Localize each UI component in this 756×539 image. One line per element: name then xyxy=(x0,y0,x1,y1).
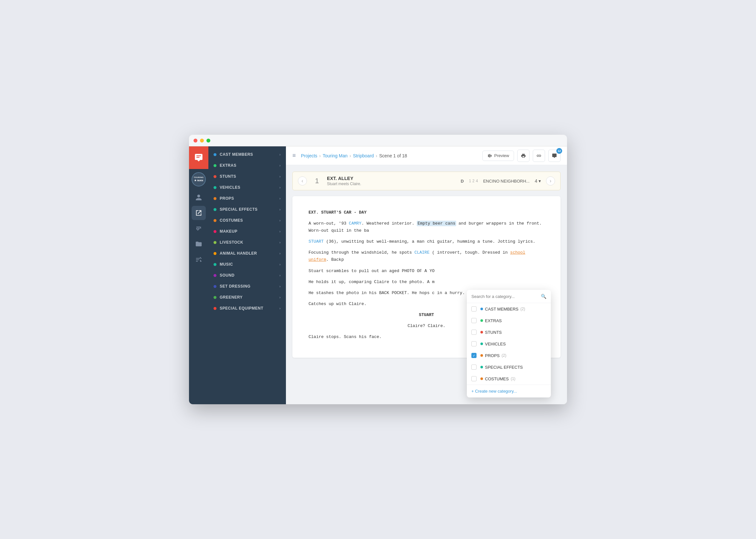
nav-people-icon[interactable] xyxy=(191,190,206,204)
category-item-vehicles[interactable]: VEHICLES › xyxy=(208,182,286,193)
extras-checkbox[interactable] xyxy=(471,318,477,323)
category-item-costumes[interactable]: COSTUMES › xyxy=(208,215,286,226)
print-icon xyxy=(521,153,526,158)
category-item-livestock[interactable]: LIVESTOCK › xyxy=(208,237,286,248)
main-layout: TOURING ★ MAN xyxy=(189,146,567,404)
script-para-4: Stuart scrambles to pull out an aged PHO… xyxy=(309,268,544,275)
print-button[interactable] xyxy=(517,150,530,162)
scene-prev-button[interactable]: ‹ xyxy=(298,177,307,186)
claire-link[interactable]: CLAIRE xyxy=(415,250,430,255)
stuart-link[interactable]: STUART xyxy=(309,239,324,244)
category-item-set-dressing[interactable]: SET DRESSING › xyxy=(208,281,286,292)
maximize-button[interactable] xyxy=(206,139,210,142)
breadcrumb-project[interactable]: Touring Man xyxy=(323,153,347,158)
special-effects-label: SPECIAL EFFECTS xyxy=(481,365,523,370)
category-item-greenery[interactable]: GREENERY › xyxy=(208,292,286,303)
breadcrumb-section[interactable]: Stripboard xyxy=(353,153,374,158)
chevron-right-icon: › xyxy=(279,186,281,190)
vehicles-checkbox[interactable] xyxy=(471,341,477,346)
breadcrumb: Projects › Touring Man › Stripboard › Sc… xyxy=(301,153,408,158)
scene-number: 1 xyxy=(312,177,322,185)
category-item-extras[interactable]: EXTRAS › xyxy=(208,160,286,171)
breadcrumb-sep3: › xyxy=(376,153,377,158)
stunts-checkbox[interactable] xyxy=(471,330,477,335)
costumes-color-dot xyxy=(481,377,483,380)
comments-button[interactable]: 12 xyxy=(548,150,561,162)
props-dot xyxy=(213,197,216,200)
category-item-sound[interactable]: SOUND › xyxy=(208,270,286,281)
scene-duration[interactable]: 4 ▾ xyxy=(535,178,541,184)
vehicles-dot xyxy=(213,186,216,189)
cast-members-dot xyxy=(213,153,216,156)
dropdown-item-props[interactable]: PROPS (2) xyxy=(467,349,551,361)
script-para-2: STUART (36), unwitting but well-meaning,… xyxy=(309,238,544,245)
chevron-right-icon: › xyxy=(279,207,281,211)
category-item-special-equipment[interactable]: SPECIAL EQUIPMENT › xyxy=(208,303,286,314)
nav-folder-icon[interactable] xyxy=(191,237,206,251)
breadcrumb-sep2: › xyxy=(349,153,351,158)
category-item-animal-handler[interactable]: ANIMAL HANDLER › xyxy=(208,248,286,259)
nav-tasks-icon[interactable] xyxy=(191,221,206,236)
category-item-special-effects[interactable]: SPECIAL EFFECTS › xyxy=(208,204,286,215)
category-item-stunts[interactable]: STUNTS › xyxy=(208,171,286,182)
category-item-props[interactable]: PROPS › xyxy=(208,193,286,204)
scene-strip: ‹ 1 EXT. ALLEY Stuart meets Claire. D 1 … xyxy=(292,172,561,190)
chevron-right-icon: › xyxy=(279,284,281,288)
app-window: TOURING ★ MAN xyxy=(189,135,567,404)
costumes-dot xyxy=(213,219,216,222)
vehicles-color-dot xyxy=(481,343,483,345)
dropdown-item-stunts[interactable]: STUNTS xyxy=(467,326,551,338)
chevron-right-icon: › xyxy=(279,240,281,244)
chevron-right-icon: › xyxy=(279,218,281,222)
chevron-right-icon: › xyxy=(279,251,281,255)
extras-label: EXTRAS xyxy=(481,318,502,323)
script-para-5: He holds it up, comparing Claire to the … xyxy=(309,278,544,286)
comment-icon xyxy=(552,153,557,158)
beer-cans-highlight: Empty beer cans xyxy=(417,221,456,226)
dropdown-list: CAST MEMBERS (2) EXTRAS xyxy=(467,303,551,385)
cast-members-label: CAST MEMBERS (2) xyxy=(481,307,525,312)
breadcrumb-current: Scene 1 of 18 xyxy=(379,153,407,158)
category-search-input[interactable] xyxy=(471,294,538,299)
scene-next-button[interactable]: › xyxy=(546,177,555,186)
costumes-label: COSTUMES (1) xyxy=(481,376,515,381)
sound-dot xyxy=(213,274,216,277)
close-button[interactable] xyxy=(193,139,197,142)
preview-button[interactable]: Preview xyxy=(482,151,514,161)
cast-members-color-dot xyxy=(481,308,483,310)
scene-title: EXT. ALLEY xyxy=(327,176,456,181)
main-content: ≡ Projects › Touring Man › Stripboard › … xyxy=(286,146,567,404)
nav-grid-icon[interactable] xyxy=(191,206,206,220)
camry-link[interactable]: CAMRY xyxy=(349,221,361,226)
hamburger-button[interactable]: ≡ xyxy=(292,152,296,159)
header-left: ≡ Projects › Touring Man › Stripboard › … xyxy=(292,152,407,159)
scene-info: EXT. ALLEY Stuart meets Claire. xyxy=(327,176,456,186)
breadcrumb-projects[interactable]: Projects xyxy=(301,153,318,158)
scene-location: ENCINO NEIGHBORH... xyxy=(483,179,530,184)
nav-settings-icon[interactable] xyxy=(191,252,206,267)
chevron-right-icon: › xyxy=(279,273,281,277)
dropdown-item-costumes[interactable]: COSTUMES (1) xyxy=(467,373,551,385)
dropdown-item-vehicles[interactable]: VEHICLES xyxy=(467,338,551,349)
category-item-cast-members[interactable]: CAST MEMBERS › xyxy=(208,149,286,160)
props-checkbox[interactable] xyxy=(471,353,477,358)
category-item-music[interactable]: MUSIC › xyxy=(208,259,286,270)
costumes-checkbox[interactable] xyxy=(471,376,477,381)
minimize-button[interactable] xyxy=(200,139,204,142)
dropdown-item-extras[interactable]: EXTRAS xyxy=(467,315,551,326)
title-bar xyxy=(189,135,567,146)
dropdown-item-special-effects[interactable]: SPECIAL EFFECTS xyxy=(467,361,551,373)
chevron-right-icon: › xyxy=(279,175,281,178)
chevron-right-icon: › xyxy=(279,229,281,233)
category-item-makeup[interactable]: MAKEUP › xyxy=(208,226,286,237)
dropdown-item-cast-members[interactable]: CAST MEMBERS (2) xyxy=(467,303,551,315)
extras-dot xyxy=(213,164,216,167)
link-button[interactable] xyxy=(533,150,545,162)
create-category-button[interactable]: + Create new category... xyxy=(467,385,551,398)
preview-icon xyxy=(487,153,492,158)
cast-members-checkbox[interactable] xyxy=(471,306,477,312)
props-label: PROPS (2) xyxy=(481,353,506,358)
dropdown-search-area: 🔍 xyxy=(467,290,551,303)
project-badge[interactable]: TOURING ★ MAN xyxy=(191,172,206,187)
special-effects-checkbox[interactable] xyxy=(471,364,477,370)
